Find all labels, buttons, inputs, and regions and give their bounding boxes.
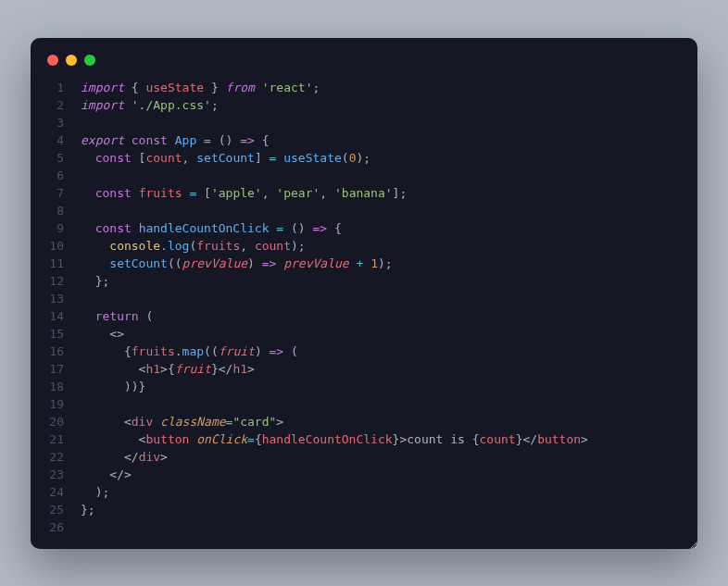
traffic-lights — [31, 55, 697, 79]
line-number: 11 — [47, 255, 64, 272]
code-line[interactable]: {fruits.map((fruit) => ( — [81, 343, 681, 360]
code-line[interactable] — [81, 290, 681, 307]
code-content[interactable]: import { useState } from 'react';import … — [81, 79, 681, 536]
code-line[interactable] — [81, 395, 681, 413]
line-number: 26 — [47, 518, 64, 536]
line-number: 14 — [47, 307, 64, 325]
line-number: 18 — [47, 378, 64, 395]
line-number: 22 — [47, 448, 64, 466]
code-line[interactable]: <button onClick={handleCountOnClick}>cou… — [81, 430, 681, 448]
close-icon[interactable] — [47, 55, 58, 66]
code-editor[interactable]: 1234567891011121314151617181920212223242… — [31, 79, 697, 536]
code-line[interactable]: const fruits = ['apple', 'pear', 'banana… — [81, 184, 681, 202]
code-line[interactable]: import './App.css'; — [81, 96, 681, 114]
line-number: 25 — [47, 501, 64, 518]
code-line[interactable]: console.log(fruits, count); — [81, 237, 681, 255]
code-line[interactable]: return ( — [81, 307, 681, 325]
code-line[interactable] — [81, 167, 681, 184]
line-number: 2 — [47, 96, 64, 114]
code-line[interactable]: export const App = () => { — [81, 131, 681, 149]
line-number: 20 — [47, 413, 64, 430]
line-number: 8 — [47, 202, 64, 219]
code-line[interactable]: setCount((prevValue) => prevValue + 1); — [81, 255, 681, 272]
line-number: 21 — [47, 430, 64, 448]
code-line[interactable]: import { useState } from 'react'; — [81, 79, 681, 96]
line-number: 12 — [47, 272, 64, 290]
code-window: 1234567891011121314151617181920212223242… — [31, 38, 697, 549]
zoom-icon[interactable] — [84, 55, 95, 66]
line-number: 16 — [47, 343, 64, 360]
code-line[interactable] — [81, 518, 681, 536]
line-number: 3 — [47, 114, 64, 131]
minimize-icon[interactable] — [66, 55, 77, 66]
line-number: 10 — [47, 237, 64, 255]
code-line[interactable]: const handleCountOnClick = () => { — [81, 219, 681, 237]
line-number: 6 — [47, 167, 64, 184]
code-line[interactable]: }; — [81, 501, 681, 518]
line-number: 15 — [47, 325, 64, 343]
line-number: 19 — [47, 395, 64, 413]
code-line[interactable] — [81, 114, 681, 131]
code-line[interactable]: <div className="card"> — [81, 413, 681, 430]
line-number: 4 — [47, 131, 64, 149]
line-number: 17 — [47, 360, 64, 378]
code-line[interactable]: }; — [81, 272, 681, 290]
line-number: 9 — [47, 219, 64, 237]
code-line[interactable]: const [count, setCount] = useState(0); — [81, 149, 681, 167]
code-line[interactable]: </div> — [81, 448, 681, 466]
line-number: 24 — [47, 483, 64, 501]
code-line[interactable]: ); — [81, 483, 681, 501]
line-number: 13 — [47, 290, 64, 307]
line-number: 7 — [47, 184, 64, 202]
code-line[interactable]: ))} — [81, 378, 681, 395]
line-number: 1 — [47, 79, 64, 96]
line-number-gutter: 1234567891011121314151617181920212223242… — [47, 79, 81, 536]
code-line[interactable] — [81, 202, 681, 219]
line-number: 5 — [47, 149, 64, 167]
code-line[interactable]: <h1>{fruit}</h1> — [81, 360, 681, 378]
code-line[interactable]: <> — [81, 325, 681, 343]
line-number: 23 — [47, 466, 64, 483]
code-line[interactable]: </> — [81, 466, 681, 483]
